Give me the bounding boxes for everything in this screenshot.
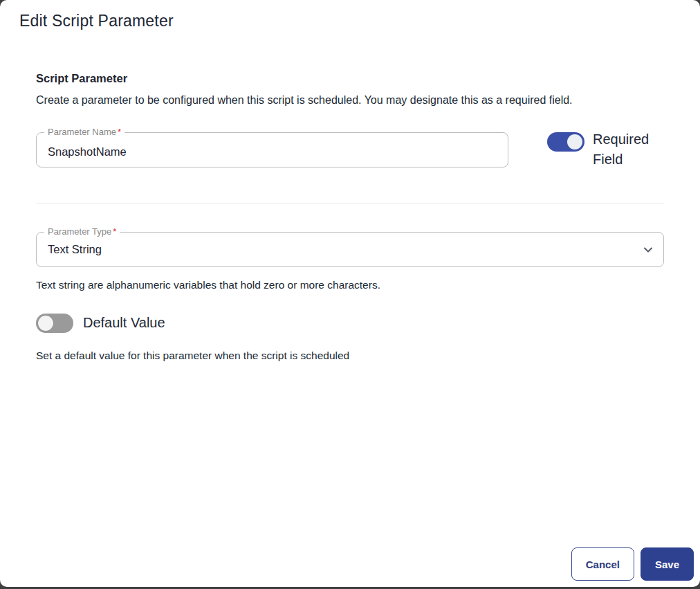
parameter-type-select[interactable]: Parameter Type* Text String bbox=[36, 232, 664, 267]
default-value-toggle-group: Default Value bbox=[36, 313, 664, 333]
toggle-knob bbox=[38, 316, 53, 331]
required-field-toggle-group: Required Field bbox=[547, 132, 659, 170]
dialog-title: Edit Script Parameter bbox=[0, 0, 700, 30]
required-asterisk: * bbox=[116, 127, 121, 137]
parameter-type-value: Text String bbox=[37, 233, 663, 256]
section-description: Create a parameter to be configured when… bbox=[36, 94, 664, 107]
parameter-name-input[interactable] bbox=[37, 133, 508, 167]
toggle-knob bbox=[567, 134, 582, 149]
parameter-name-row: Parameter Name* Required Field bbox=[36, 132, 664, 170]
edit-script-parameter-dialog: Edit Script Parameter Script Parameter C… bbox=[0, 0, 700, 587]
section-heading: Script Parameter bbox=[36, 72, 664, 85]
required-field-label: Required Field bbox=[593, 129, 659, 170]
default-value-label: Default Value bbox=[83, 313, 165, 333]
dialog-content: Script Parameter Create a parameter to b… bbox=[0, 72, 700, 362]
default-value-helper: Set a default value for this parameter w… bbox=[36, 350, 664, 362]
required-asterisk: * bbox=[111, 226, 116, 237]
save-button[interactable]: Save bbox=[641, 547, 694, 581]
parameter-name-label: Parameter Name* bbox=[44, 127, 125, 137]
default-value-toggle[interactable] bbox=[36, 314, 73, 333]
cancel-button[interactable]: Cancel bbox=[571, 547, 634, 581]
chevron-down-icon bbox=[642, 244, 654, 256]
parameter-type-helper: Text string are alphanumeric variables t… bbox=[36, 279, 664, 291]
parameter-name-field-wrapper: Parameter Name* bbox=[36, 132, 508, 167]
section-divider bbox=[36, 203, 664, 203]
dialog-footer: Cancel Save bbox=[571, 547, 694, 581]
parameter-type-label: Parameter Type* bbox=[44, 226, 120, 237]
required-field-toggle[interactable] bbox=[547, 132, 584, 152]
